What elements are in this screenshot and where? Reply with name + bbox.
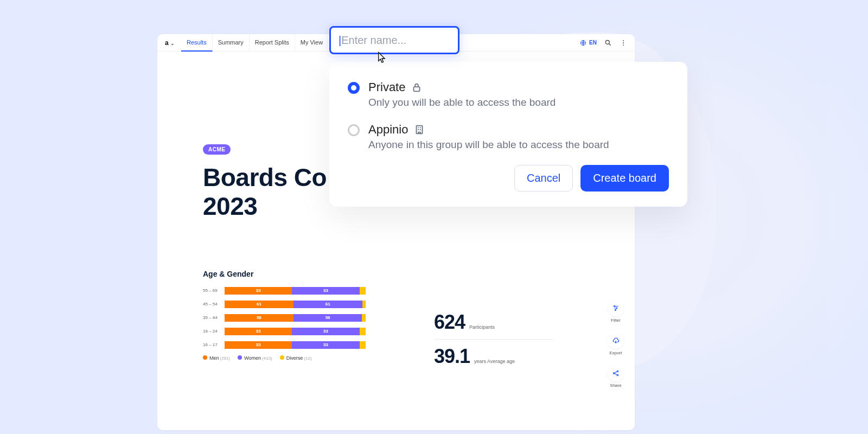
option-group-desc: Anyone in this group will be able to acc… xyxy=(368,139,609,151)
bar-segment-women: 61 xyxy=(293,301,362,308)
bar-segment-diverse xyxy=(362,301,366,308)
radio-private[interactable] xyxy=(348,82,360,94)
building-icon xyxy=(413,124,425,136)
bar-row: 35 – 445858 xyxy=(203,313,366,323)
cancel-button[interactable]: Cancel xyxy=(514,165,573,192)
bar-label: 55 – 69 xyxy=(203,288,225,293)
summary-stats: 624 Participants 39.1 years Average age xyxy=(434,305,553,373)
bar-segment-men: 33 xyxy=(225,287,292,295)
bar-segment-diverse xyxy=(360,341,366,349)
svg-point-8 xyxy=(613,373,614,374)
option-private-desc: Only you will be able to access the boar… xyxy=(368,97,556,108)
pointer-cursor-icon xyxy=(374,51,389,66)
svg-point-7 xyxy=(615,310,616,311)
filter-button[interactable] xyxy=(608,300,624,316)
bar-label: 45 – 54 xyxy=(203,302,225,307)
tab-my-view[interactable]: My View xyxy=(295,34,328,52)
bar-segment-men: 33 xyxy=(225,341,292,349)
bar-row: 16 – 173333 xyxy=(203,340,366,350)
bar-segment-men: 58 xyxy=(225,314,293,322)
bar-segment-women: 33 xyxy=(292,341,359,349)
tab-report-splits[interactable]: Report Splits xyxy=(250,34,295,52)
bar-row: 55 – 693333 xyxy=(203,286,366,296)
svg-point-6 xyxy=(616,308,617,309)
svg-point-5 xyxy=(614,306,615,307)
bar-row: 18 – 243333 xyxy=(203,327,366,336)
share-button[interactable] xyxy=(608,365,624,381)
stat-avg-age: 39.1 years Average age xyxy=(434,339,553,373)
visibility-option-group[interactable]: Appinio Anyone in this group will be abl… xyxy=(348,123,669,151)
tab-results[interactable]: Results xyxy=(181,34,213,52)
bar-row: 45 – 546161 xyxy=(203,299,366,309)
bar-label: 16 – 17 xyxy=(203,342,225,347)
export-label: Export xyxy=(609,350,622,355)
nav-tabs: Results Summary Report Splits My View xyxy=(181,34,328,52)
board-name-input[interactable]: |Enter name... xyxy=(329,26,459,54)
bar-segment-women: 58 xyxy=(293,314,362,322)
stat-participants: 624 Participants xyxy=(434,305,553,339)
option-private-title: Private xyxy=(368,80,405,94)
export-button[interactable] xyxy=(608,333,624,349)
bar-segment-men: 61 xyxy=(225,301,293,308)
bar-segment-women: 33 xyxy=(292,328,359,335)
svg-point-9 xyxy=(617,371,618,372)
svg-point-10 xyxy=(617,374,618,375)
radio-group[interactable] xyxy=(348,124,360,136)
create-board-button[interactable]: Create board xyxy=(580,165,669,192)
app-logo[interactable]: a xyxy=(165,39,173,47)
filter-label: Filter xyxy=(611,318,621,323)
lock-icon xyxy=(411,81,423,93)
bar-segment-diverse xyxy=(362,314,366,322)
bar-segment-diverse xyxy=(360,328,366,335)
bar-label: 35 – 44 xyxy=(203,315,225,320)
bar-segment-diverse xyxy=(360,287,366,295)
bar-segment-women: 33 xyxy=(292,287,359,295)
bar-segment-men: 33 xyxy=(225,328,292,335)
bar-label: 18 – 24 xyxy=(203,329,225,334)
create-board-modal: Private Only you will be able to access … xyxy=(329,62,687,207)
svg-rect-11 xyxy=(414,87,420,91)
tab-summary[interactable]: Summary xyxy=(213,34,250,52)
create-board-popover: |Enter name... Private Only you will be … xyxy=(329,26,687,207)
visibility-option-private[interactable]: Private Only you will be able to access … xyxy=(348,80,669,108)
option-group-title: Appinio xyxy=(368,123,408,137)
side-actions: Filter Export Share xyxy=(608,300,624,388)
chart-title: Age & Gender xyxy=(203,270,589,278)
share-label: Share xyxy=(610,383,621,388)
brand-badge: ACME xyxy=(203,144,231,155)
